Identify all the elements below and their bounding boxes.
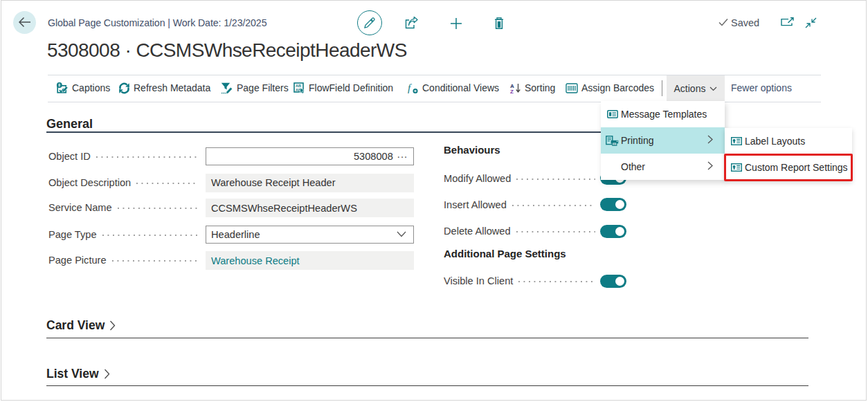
svg-text:Z: Z [510,89,514,94]
svg-text:f: f [408,82,412,93]
